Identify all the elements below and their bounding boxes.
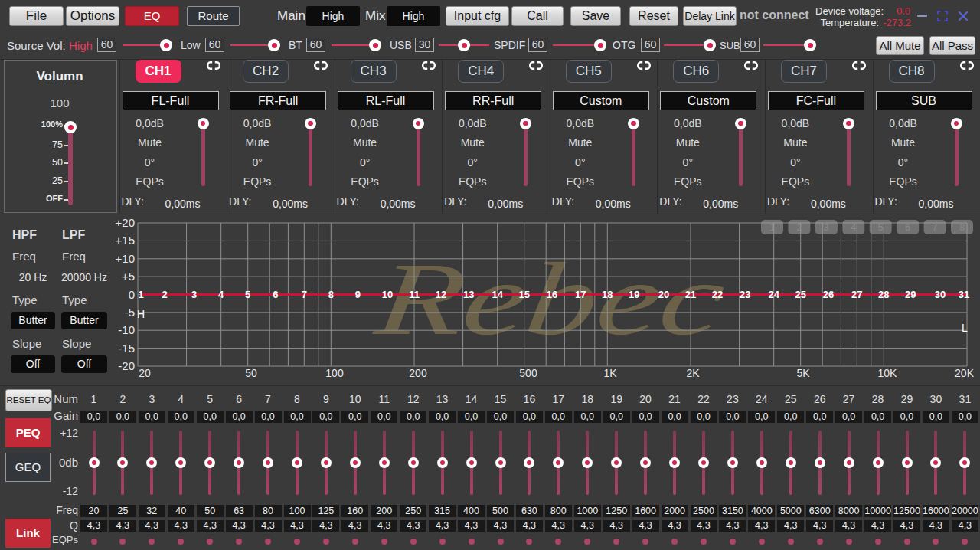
svg-text:25: 25 [795, 289, 805, 300]
svg-text:8: 8 [959, 222, 965, 233]
svg-text:22: 22 [712, 289, 723, 300]
svg-text:26: 26 [823, 289, 834, 300]
svg-text:7: 7 [933, 222, 938, 233]
svg-text:20: 20 [139, 367, 151, 379]
svg-text:2K: 2K [686, 367, 700, 379]
svg-text:8: 8 [328, 289, 334, 300]
svg-text:9: 9 [355, 289, 361, 300]
svg-text:29: 29 [905, 289, 916, 300]
svg-text:27: 27 [851, 289, 862, 300]
svg-text:+15: +15 [116, 234, 135, 247]
svg-text:2: 2 [797, 222, 802, 233]
svg-text:19: 19 [629, 289, 639, 300]
svg-text:3: 3 [824, 222, 829, 233]
svg-text:18: 18 [602, 289, 612, 300]
svg-text:1: 1 [138, 289, 143, 300]
svg-text:3: 3 [191, 289, 197, 300]
svg-text:5: 5 [878, 222, 884, 233]
svg-text:7: 7 [302, 289, 307, 300]
svg-text:1: 1 [769, 222, 775, 233]
svg-text:21: 21 [685, 289, 696, 300]
svg-text:16: 16 [547, 289, 557, 300]
svg-text:-5: -5 [125, 306, 135, 319]
svg-text:4: 4 [218, 289, 224, 300]
svg-text:13: 13 [463, 289, 474, 300]
svg-text:10K: 10K [878, 367, 898, 379]
svg-text:1K: 1K [603, 367, 617, 379]
svg-text:2: 2 [162, 289, 167, 300]
svg-text:+5: +5 [122, 270, 135, 283]
svg-text:15: 15 [518, 289, 529, 300]
svg-text:31: 31 [959, 289, 969, 300]
svg-text:14: 14 [492, 289, 503, 300]
svg-text:0: 0 [129, 288, 135, 301]
svg-text:200: 200 [409, 367, 427, 379]
svg-text:-15: -15 [118, 342, 135, 355]
svg-text:500: 500 [519, 367, 537, 379]
svg-text:+20: +20 [116, 216, 135, 229]
svg-text:4: 4 [851, 222, 856, 233]
svg-text:-20: -20 [118, 359, 135, 372]
svg-text:17: 17 [575, 289, 586, 300]
svg-text:24: 24 [768, 289, 779, 300]
svg-text:6: 6 [905, 222, 910, 233]
svg-text:12: 12 [436, 289, 446, 300]
svg-text:23: 23 [740, 289, 750, 300]
svg-text:50: 50 [245, 367, 257, 379]
svg-text:+10: +10 [116, 252, 135, 265]
svg-text:30: 30 [935, 289, 946, 300]
svg-text:20: 20 [658, 289, 669, 300]
svg-text:H: H [137, 308, 145, 320]
svg-text:-10: -10 [118, 323, 135, 336]
svg-text:5K: 5K [796, 367, 810, 379]
svg-text:5: 5 [245, 289, 250, 300]
svg-text:100: 100 [325, 367, 344, 379]
svg-text:10: 10 [382, 289, 393, 300]
svg-text:28: 28 [878, 289, 889, 300]
svg-text:6: 6 [273, 289, 278, 300]
svg-text:11: 11 [409, 289, 420, 300]
svg-text:L: L [962, 322, 968, 334]
svg-text:20K: 20K [955, 367, 975, 379]
